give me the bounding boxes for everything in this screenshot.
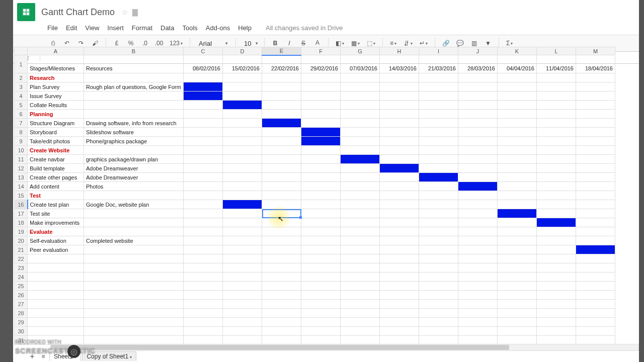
cell[interactable] xyxy=(223,309,262,318)
cell[interactable] xyxy=(576,182,615,191)
cell[interactable] xyxy=(419,291,458,300)
cell[interactable] xyxy=(458,282,498,291)
cell[interactable] xyxy=(537,273,576,282)
cell[interactable] xyxy=(301,309,341,318)
cell[interactable]: Phone/graphics package xyxy=(84,137,184,146)
column-header[interactable]: C xyxy=(184,47,223,55)
cell[interactable] xyxy=(223,137,262,146)
cell[interactable] xyxy=(262,164,301,173)
row-header[interactable]: 13 xyxy=(15,173,28,182)
cell[interactable] xyxy=(576,218,615,227)
cell[interactable] xyxy=(576,245,615,254)
cell[interactable] xyxy=(301,155,341,164)
cell[interactable] xyxy=(498,191,537,200)
row-header[interactable]: 16 xyxy=(15,200,28,209)
cell[interactable]: 08/02/2016 xyxy=(184,55,223,73)
cell[interactable] xyxy=(576,110,615,119)
cell[interactable] xyxy=(380,318,419,327)
cell[interactable] xyxy=(341,200,380,209)
cell[interactable] xyxy=(184,236,223,245)
cell[interactable] xyxy=(458,182,498,191)
cell[interactable] xyxy=(262,82,301,92)
cell[interactable]: Evaluate xyxy=(28,227,84,236)
cell[interactable] xyxy=(262,300,301,309)
cell[interactable]: 14/03/2016 xyxy=(380,55,419,73)
cell[interactable] xyxy=(223,209,262,218)
cell[interactable] xyxy=(223,73,262,82)
cell[interactable] xyxy=(537,110,576,119)
cell[interactable] xyxy=(458,218,498,227)
cell[interactable] xyxy=(301,101,341,110)
cell[interactable] xyxy=(576,146,615,155)
cell[interactable]: 21/03/2016 xyxy=(419,55,458,73)
cell[interactable] xyxy=(576,236,615,245)
cell[interactable] xyxy=(223,101,262,110)
cell[interactable] xyxy=(498,200,537,209)
cell[interactable] xyxy=(28,254,84,263)
cell[interactable] xyxy=(262,73,301,82)
cell[interactable] xyxy=(576,128,615,137)
cell[interactable] xyxy=(380,73,419,82)
cell[interactable] xyxy=(184,200,223,209)
menu-edit[interactable]: Edit xyxy=(66,24,77,32)
star-icon[interactable]: ☆ xyxy=(122,8,128,16)
row-header[interactable]: 7 xyxy=(15,119,28,128)
cell[interactable] xyxy=(498,245,537,254)
cell[interactable] xyxy=(576,336,615,345)
cell[interactable] xyxy=(262,318,301,327)
cell[interactable]: Issue Survey xyxy=(28,92,84,101)
cell[interactable] xyxy=(223,318,262,327)
cell[interactable] xyxy=(380,236,419,245)
cell[interactable] xyxy=(419,309,458,318)
cell[interactable] xyxy=(341,318,380,327)
cell[interactable] xyxy=(223,128,262,137)
cell[interactable] xyxy=(576,209,615,218)
cell[interactable] xyxy=(498,273,537,282)
cell[interactable] xyxy=(184,245,223,254)
cell[interactable] xyxy=(380,200,419,209)
cell[interactable] xyxy=(223,336,262,345)
cell[interactable] xyxy=(262,327,301,336)
cell[interactable] xyxy=(301,300,341,309)
cell[interactable] xyxy=(380,119,419,128)
cell[interactable] xyxy=(341,273,380,282)
spreadsheet-grid[interactable]: ABCDEFGHIJKLM 1Stages/MilestonesResource… xyxy=(14,47,615,345)
cell[interactable]: 04/04/2016 xyxy=(498,55,537,73)
column-header[interactable]: A xyxy=(28,47,84,55)
menu-format[interactable]: Format xyxy=(132,24,152,32)
cell[interactable] xyxy=(84,73,184,82)
cell[interactable] xyxy=(341,155,380,164)
cell[interactable] xyxy=(301,273,341,282)
cell[interactable] xyxy=(262,173,301,182)
cell[interactable]: 15/02/2016 xyxy=(223,55,262,73)
menu-addons[interactable]: Add-ons xyxy=(206,24,230,32)
row-header[interactable]: 22 xyxy=(15,254,28,263)
cell[interactable] xyxy=(576,164,615,173)
cell[interactable] xyxy=(537,182,576,191)
cell[interactable] xyxy=(84,245,184,254)
cell[interactable] xyxy=(537,245,576,254)
cell[interactable] xyxy=(380,218,419,227)
cell[interactable] xyxy=(184,327,223,336)
cell[interactable] xyxy=(301,336,341,345)
cell[interactable] xyxy=(576,73,615,82)
cell[interactable]: Test site xyxy=(28,209,84,218)
cell[interactable] xyxy=(458,227,498,236)
cell[interactable] xyxy=(223,300,262,309)
cell[interactable] xyxy=(262,263,301,273)
cell[interactable] xyxy=(576,155,615,164)
cell[interactable] xyxy=(301,282,341,291)
cell[interactable] xyxy=(576,119,615,128)
cell[interactable] xyxy=(458,327,498,336)
cell[interactable] xyxy=(458,200,498,209)
cell[interactable] xyxy=(419,318,458,327)
cell[interactable] xyxy=(537,209,576,218)
cell[interactable] xyxy=(380,173,419,182)
cell[interactable] xyxy=(341,300,380,309)
cell[interactable] xyxy=(301,92,341,101)
cell[interactable] xyxy=(301,137,341,146)
cell[interactable] xyxy=(498,82,537,92)
cell[interactable]: Slideshow software xyxy=(84,128,184,137)
cell[interactable] xyxy=(184,137,223,146)
cell[interactable] xyxy=(498,155,537,164)
